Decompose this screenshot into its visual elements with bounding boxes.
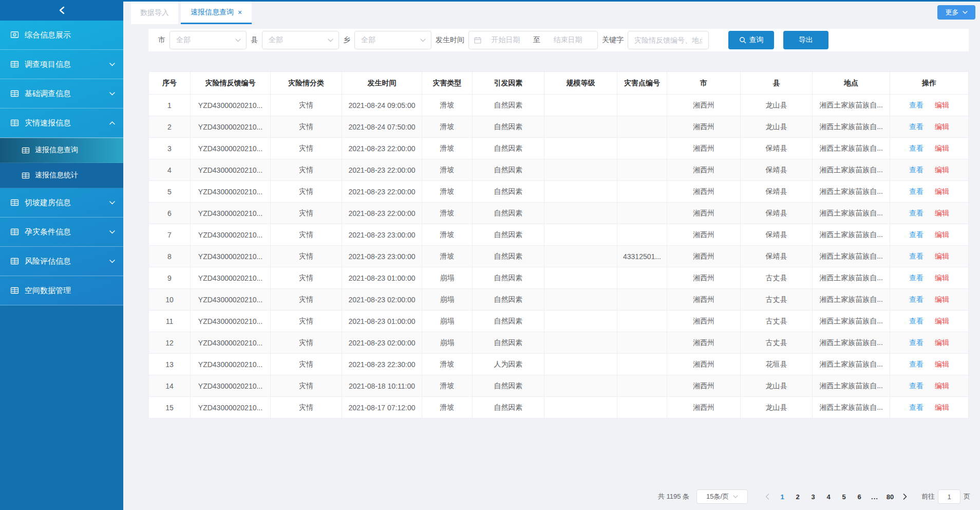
end-date-placeholder[interactable]: 结束日期 — [543, 35, 592, 45]
cell-time: 2021-08-23 22:00:00 — [342, 138, 422, 159]
view-link[interactable]: 查看 — [909, 144, 924, 152]
cell-disaster-type: 崩塌 — [422, 289, 473, 311]
edit-link[interactable]: 编辑 — [935, 317, 949, 325]
table-row: 4 YZD43000020210... 灾情 2021-08-23 22:00:… — [149, 159, 969, 181]
start-date-placeholder[interactable]: 开始日期 — [481, 35, 530, 45]
sidebar-collapse-button[interactable] — [0, 0, 123, 21]
page-button-80[interactable]: 80 — [882, 493, 898, 501]
city-label: 市 — [158, 35, 165, 45]
edit-link[interactable]: 编辑 — [935, 338, 949, 347]
cell-city: 湘西州 — [667, 289, 741, 311]
page-button-5[interactable]: 5 — [836, 493, 852, 501]
page-button-6[interactable]: 6 — [852, 493, 867, 501]
tab-data-import[interactable]: 数据导入 — [131, 2, 178, 24]
view-link[interactable]: 查看 — [909, 360, 924, 368]
edit-link[interactable]: 编辑 — [935, 403, 949, 411]
sidebar-item-label: 基础调查信息 — [25, 89, 71, 99]
view-link[interactable]: 查看 — [909, 252, 924, 260]
page-button-3[interactable]: 3 — [805, 493, 821, 501]
cell-factor: 自然因素 — [473, 116, 544, 138]
county-select[interactable]: 全部 — [262, 31, 339, 49]
total-count: 共 1195 条 — [658, 492, 689, 501]
cell-seq: 4 — [149, 159, 191, 181]
view-link[interactable]: 查看 — [909, 338, 924, 347]
cell-point-no — [617, 138, 667, 159]
sidebar-item-slope-housing[interactable]: 切坡建房信息 — [0, 188, 123, 217]
edit-link[interactable]: 编辑 — [935, 274, 949, 282]
cell-disaster-type: 滑坡 — [422, 354, 473, 375]
sidebar-item-overview[interactable]: 综合信息展示 — [0, 21, 123, 50]
edit-link[interactable]: 编辑 — [935, 187, 949, 195]
table-row: 13 YZD43000020210... 灾情 2021-08-23 22:30… — [149, 354, 969, 375]
edit-link[interactable]: 编辑 — [935, 122, 949, 131]
prev-page-button[interactable] — [760, 494, 775, 500]
view-link[interactable]: 查看 — [909, 122, 924, 131]
edit-link[interactable]: 编辑 — [935, 230, 949, 239]
edit-link[interactable]: 编辑 — [935, 209, 949, 217]
sidebar-item-disaster-report[interactable]: 灾情速报信息 — [0, 108, 123, 138]
cell-time: 2021-08-23 22:00:00 — [342, 181, 422, 203]
content: 市 全部 县 全部 乡 全部 发生时间 开始日期 — [123, 24, 980, 418]
cell-point-no — [617, 181, 667, 203]
edit-link[interactable]: 编辑 — [935, 360, 949, 368]
cell-time: 2021-08-23 22:00:00 — [342, 203, 422, 224]
page-ellipsis: ... — [867, 493, 882, 501]
view-link[interactable]: 查看 — [909, 381, 924, 390]
cell-location: 湘西土家族苗族自... — [813, 116, 890, 138]
edit-link[interactable]: 编辑 — [935, 101, 949, 109]
cell-county: 龙山县 — [741, 116, 813, 138]
view-link[interactable]: 查看 — [909, 166, 924, 174]
search-button[interactable]: 查询 — [728, 31, 774, 49]
sidebar-filler — [0, 305, 123, 510]
view-link[interactable]: 查看 — [909, 187, 924, 195]
table-row: 15 YZD43000020210... 灾情 2021-08-17 07:12… — [149, 397, 969, 418]
page-button-4[interactable]: 4 — [821, 493, 836, 501]
edit-link[interactable]: 编辑 — [935, 144, 949, 152]
cell-factor: 自然因素 — [473, 159, 544, 181]
sidebar-item-survey-project[interactable]: 调查项目信息 — [0, 50, 123, 79]
column-header: 县 — [741, 72, 813, 95]
sidebar-item-spatial-data[interactable]: 空间数据管理 — [0, 276, 123, 305]
page-button-1[interactable]: 1 — [775, 493, 790, 501]
sidebar-subitem-report-query[interactable]: 速报信息查询 — [0, 138, 123, 163]
view-link[interactable]: 查看 — [909, 317, 924, 325]
cell-feedback-no: YZD43000020210... — [191, 354, 271, 375]
page-size-select[interactable]: 15条/页 — [696, 489, 748, 504]
export-button[interactable]: 导出 — [783, 31, 828, 49]
cell-scale — [544, 95, 617, 116]
cell-factor: 自然因素 — [473, 138, 544, 159]
sidebar-subitem-report-stats[interactable]: 速报信息统计 — [0, 163, 123, 188]
view-link[interactable]: 查看 — [909, 295, 924, 303]
next-page-button[interactable] — [898, 494, 912, 500]
view-link[interactable]: 查看 — [909, 403, 924, 411]
cell-category: 灾情 — [271, 138, 342, 159]
data-table: 序号灾险情反馈编号灾险情分类发生时间灾害类型引发因素规模等级灾害点编号市县地点操… — [148, 71, 969, 418]
table-icon — [10, 60, 19, 68]
sidebar-item-risk-assessment[interactable]: 风险评估信息 — [0, 247, 123, 276]
page-button-2[interactable]: 2 — [790, 493, 805, 501]
edit-link[interactable]: 编辑 — [935, 295, 949, 303]
cell-factor: 自然因素 — [473, 95, 544, 116]
more-button[interactable]: 更多 — [937, 5, 975, 20]
city-select[interactable]: 全部 — [169, 31, 247, 49]
date-range-picker[interactable]: 开始日期 至 结束日期 — [468, 31, 598, 49]
view-link[interactable]: 查看 — [909, 209, 924, 217]
column-header: 市 — [667, 72, 741, 95]
keyword-input[interactable] — [628, 31, 709, 49]
close-tab-icon[interactable]: × — [238, 9, 242, 16]
town-select[interactable]: 全部 — [354, 31, 431, 49]
column-header: 发生时间 — [342, 72, 422, 95]
edit-link[interactable]: 编辑 — [935, 166, 949, 174]
cell-scale — [544, 311, 617, 332]
view-link[interactable]: 查看 — [909, 274, 924, 282]
cell-city: 湘西州 — [667, 95, 741, 116]
edit-link[interactable]: 编辑 — [935, 252, 949, 260]
view-link[interactable]: 查看 — [909, 101, 924, 109]
sidebar-item-hazard-condition[interactable]: 孕灾条件信息 — [0, 217, 123, 247]
view-link[interactable]: 查看 — [909, 230, 924, 239]
filter-bar: 市 全部 县 全部 乡 全部 发生时间 开始日期 — [148, 29, 969, 51]
edit-link[interactable]: 编辑 — [935, 381, 949, 390]
goto-page-input[interactable] — [938, 489, 960, 504]
sidebar-item-basic-survey[interactable]: 基础调查信息 — [0, 79, 123, 108]
tab-report-query[interactable]: 速报信息查询 × — [181, 2, 252, 24]
